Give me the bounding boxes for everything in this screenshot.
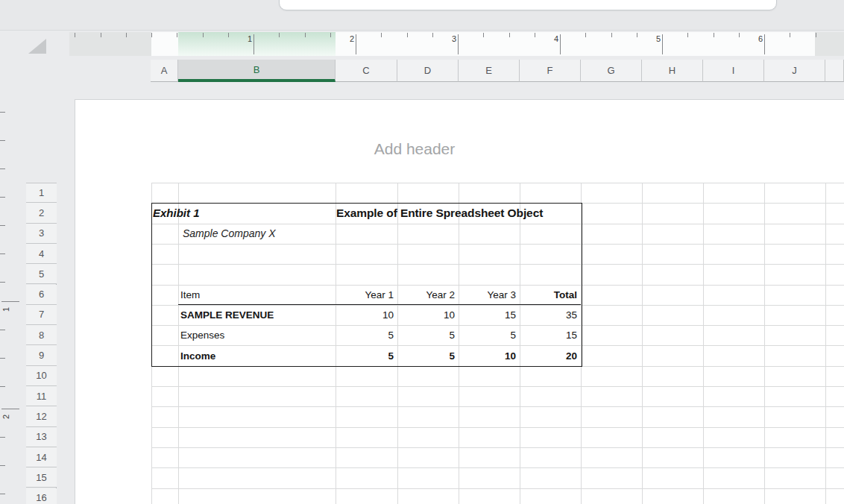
cell-c2[interactable]: Example of Entire Spreadsheet Object xyxy=(336,203,543,223)
ruler-major-tick xyxy=(764,34,765,54)
ruler-minor-tick xyxy=(0,225,5,226)
row-header-5[interactable]: 5 xyxy=(26,264,57,284)
ruler-minor-tick xyxy=(0,386,5,387)
column-header-g[interactable]: G xyxy=(581,60,642,82)
cell-f8[interactable]: 15 xyxy=(521,325,577,345)
ruler-minor-tick xyxy=(0,197,5,198)
ruler-minor-tick xyxy=(0,330,5,330)
row-header-13[interactable]: 13 xyxy=(26,427,57,447)
cell-d7[interactable]: 10 xyxy=(399,305,455,325)
ruler-minor-tick xyxy=(0,168,5,169)
cell-f9[interactable]: 20 xyxy=(521,345,577,365)
ruler-minor-tick xyxy=(0,465,5,466)
ruler-minor-tick xyxy=(739,33,740,37)
row-header-2[interactable]: 2 xyxy=(26,203,57,223)
ruler-minor-tick xyxy=(151,33,152,37)
cell-b3[interactable]: Sample Company X xyxy=(183,224,276,244)
ruler-major-tick xyxy=(253,34,254,54)
ruler-number: 5 xyxy=(650,34,661,44)
cell-a2[interactable]: Exhibit 1 xyxy=(153,203,200,223)
column-header-c[interactable]: C xyxy=(336,60,397,82)
ruler-minor-tick xyxy=(0,358,5,359)
horizontal-ruler[interactable]: 123456 xyxy=(69,32,844,56)
row-header-10[interactable]: 10 xyxy=(26,366,57,386)
row-header-strip: 12345678910111213141516 xyxy=(26,183,57,504)
excel-page-layout-view: 123456 ABCDEFGHIJ 12 1234567891011121314… xyxy=(0,0,844,504)
row-header-16[interactable]: 16 xyxy=(26,488,57,504)
cell-f6[interactable]: Total xyxy=(521,285,577,305)
cell-e7[interactable]: 15 xyxy=(460,305,516,325)
cell-e6[interactable]: Year 3 xyxy=(460,285,516,305)
ruler-minor-tick xyxy=(611,33,612,37)
ruler-minor-tick xyxy=(0,140,5,141)
ruler-number: 1 xyxy=(1,304,10,315)
row-header-4[interactable]: 4 xyxy=(26,244,57,264)
ruler-minor-tick xyxy=(381,33,382,37)
row-header-6[interactable]: 6 xyxy=(26,285,57,305)
page-header-placeholder[interactable]: Add header xyxy=(340,140,489,160)
ruler-minor-tick xyxy=(714,33,714,37)
ruler-minor-tick xyxy=(203,33,204,37)
cell-e8[interactable]: 5 xyxy=(460,325,516,345)
cell-b7[interactable]: SAMPLE REVENUE xyxy=(180,305,274,325)
ruler-minor-tick xyxy=(0,437,5,438)
column-header-h[interactable]: H xyxy=(642,60,703,82)
row-header-9[interactable]: 9 xyxy=(26,345,57,365)
row-header-1[interactable]: 1 xyxy=(26,183,57,203)
row-header-15[interactable]: 15 xyxy=(26,467,57,488)
ruler-minor-tick xyxy=(0,282,5,283)
vertical-ruler[interactable]: 12 xyxy=(0,99,21,504)
ruler-major-tick xyxy=(458,34,459,54)
ruler-minor-tick xyxy=(305,33,306,37)
ruler-major-tick xyxy=(1,301,19,302)
column-header-b[interactable]: B xyxy=(178,60,336,82)
cell-c8[interactable]: 5 xyxy=(337,325,394,345)
ruler-number: 6 xyxy=(752,34,763,44)
ruler-major-tick xyxy=(356,34,356,54)
column-header-i[interactable]: I xyxy=(703,60,764,82)
ruler-minor-tick xyxy=(228,33,229,37)
column-header-f[interactable]: F xyxy=(520,60,581,82)
ruler-minor-tick xyxy=(407,33,408,37)
ruler-major-tick xyxy=(662,34,663,54)
ruler-minor-tick xyxy=(126,33,127,37)
ruler-minor-tick xyxy=(816,33,816,37)
ruler-number: 1 xyxy=(242,34,252,44)
cell-e9[interactable]: 10 xyxy=(460,345,516,365)
ruler-minor-tick xyxy=(535,33,535,37)
ruler-corner-icon xyxy=(28,39,46,54)
row-header-7[interactable]: 7 xyxy=(26,305,57,325)
cell-c6[interactable]: Year 1 xyxy=(337,285,394,305)
ruler-minor-tick xyxy=(101,33,101,37)
row-header-8[interactable]: 8 xyxy=(26,325,57,345)
cell-d9[interactable]: 5 xyxy=(399,345,455,365)
cell-c7[interactable]: 10 xyxy=(337,305,394,325)
floating-panel-edge xyxy=(279,0,777,10)
ruler-minor-tick xyxy=(75,33,75,37)
cell-c9[interactable]: 5 xyxy=(337,345,394,365)
ruler-number: 3 xyxy=(446,34,456,44)
ruler-major-tick xyxy=(560,34,561,54)
row-header-3[interactable]: 3 xyxy=(26,224,57,244)
column-header-partial[interactable] xyxy=(825,60,844,82)
cell-d8[interactable]: 5 xyxy=(399,325,455,345)
ruler-number: 2 xyxy=(1,412,10,422)
ruler-number: 2 xyxy=(344,34,354,44)
cell-b8[interactable]: Expenses xyxy=(180,325,224,345)
cell-f7[interactable]: 35 xyxy=(521,305,577,325)
cell-b9[interactable]: Income xyxy=(180,345,215,365)
column-header-d[interactable]: D xyxy=(397,60,459,82)
row-header-12[interactable]: 12 xyxy=(26,406,57,426)
row-header-11[interactable]: 11 xyxy=(26,386,57,406)
ruler-minor-tick xyxy=(585,33,586,37)
cell-d6[interactable]: Year 2 xyxy=(399,285,455,305)
row-header-14[interactable]: 14 xyxy=(26,447,57,467)
ruler-minor-tick xyxy=(177,33,177,37)
column-header-e[interactable]: E xyxy=(459,60,520,82)
ruler-number: 4 xyxy=(548,34,558,44)
cell-b6[interactable]: Item xyxy=(180,285,200,305)
ruler-minor-tick xyxy=(637,33,637,37)
ruler-major-tick xyxy=(1,409,19,409)
column-header-j[interactable]: J xyxy=(764,60,825,82)
column-header-a[interactable]: A xyxy=(151,60,178,82)
